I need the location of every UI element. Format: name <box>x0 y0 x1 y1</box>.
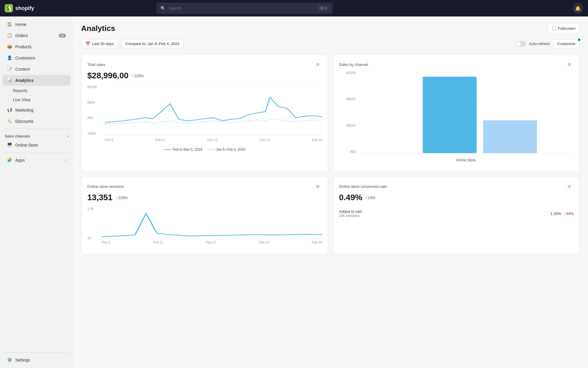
sidebar-item-reports[interactable]: Reports <box>13 86 71 95</box>
date-range-label: Last 30 days <box>92 42 114 46</box>
added-to-cart-row: Added to cart 186 sessions 1.39% ↓ 44% <box>339 207 574 220</box>
added-to-cart-badge: ↓ 44% <box>563 211 574 216</box>
customize-button[interactable]: Customize <box>553 39 580 48</box>
sessions-x-labels: Feb 5 Feb 11 Feb 17 Feb 23 Feb 29 <box>102 241 322 248</box>
notification-bell[interactable]: 🔔 <box>573 3 583 14</box>
apps-expand-icon: › <box>65 158 66 162</box>
discounts-icon: 🏷️ <box>7 119 12 124</box>
total-sales-title: Total sales <box>87 62 105 67</box>
search-icon: 🔍 <box>161 6 166 11</box>
sidebar-item-discounts[interactable]: 🏷️ Discounts <box>2 116 71 127</box>
svg-rect-9 <box>483 120 537 153</box>
reports-label: Reports <box>13 88 27 93</box>
sidebar-discounts-label: Discounts <box>15 119 33 124</box>
chart-y-labels: A$10K A$5K A$0 -A$5K <box>87 85 105 135</box>
chart-x-labels: Feb 5 Feb 11 Feb 17 Feb 23 Feb 29 <box>105 136 322 144</box>
total-sales-badge: ↑ 118% <box>131 74 144 78</box>
sessions-card: Online store sessions ⊞ 13,351 ↑ 219% 1.… <box>81 176 328 254</box>
sidebar-item-marketing[interactable]: 📢 Marketing <box>2 105 71 115</box>
search-input[interactable] <box>168 6 315 11</box>
added-to-cart-value-area: 1.39% ↓ 44% <box>550 211 574 216</box>
sidebar-item-products[interactable]: 📦 Products <box>2 42 71 52</box>
legend-compare-label: Jan 6–Feb 4, 2024 <box>216 147 245 152</box>
up-arrow-icon: ↑ <box>131 74 133 78</box>
filter-bar: 📅 Last 30 days Compare to: Jan 6–Feb 4, … <box>81 39 580 48</box>
total-sales-card: Total sales ⊞ $28,996.00 ↑ 118% A$10K A$… <box>81 54 328 171</box>
customize-label: Customize <box>557 42 575 46</box>
total-sales-menu-icon[interactable]: ⊞ <box>314 60 322 69</box>
live-view-label: Live View <box>13 97 31 102</box>
sidebar-item-online-store[interactable]: 🖥️ Online Store <box>2 140 71 150</box>
sidebar-item-settings[interactable]: ⚙️ Settings <box>2 355 71 365</box>
sidebar-item-home[interactable]: 🏠 Home <box>2 19 71 30</box>
fullscreen-label: Fullscreen <box>558 26 575 31</box>
compare-to-button[interactable]: Compare to: Jan 6–Feb 4, 2024 <box>121 39 184 48</box>
conversion-up-icon: ↑ <box>365 195 367 200</box>
sessions-y-labels: 1.5K 1K <box>87 207 102 240</box>
sessions-menu-icon[interactable]: ⊞ <box>314 182 322 190</box>
auto-refresh-toggle[interactable] <box>515 41 526 47</box>
bar-chart-svg <box>358 71 574 153</box>
page-title: Analytics <box>81 24 115 33</box>
sales-channels-label: Sales channels <box>5 134 30 138</box>
date-range-button[interactable]: 📅 Last 30 days <box>81 39 118 48</box>
added-to-cart-label: Added to cart <box>339 209 362 214</box>
logo[interactable]: shopify <box>5 4 34 12</box>
orders-badge: 32 <box>59 34 66 38</box>
cards-grid: Total sales ⊞ $28,996.00 ↑ 118% A$10K A$… <box>81 54 580 254</box>
fullscreen-icon: ⛶ <box>552 26 556 31</box>
added-to-cart-value: 1.39% <box>550 211 561 216</box>
sales-by-channel-menu-icon[interactable]: ⊞ <box>565 60 574 69</box>
sales-by-channel-card: Sales by channel ⊞ A$30K A$20K A$10K A$0 <box>333 54 580 171</box>
content-icon: 📝 <box>7 67 12 72</box>
topbar: shopify 🔍 ⌘ K 🔔 <box>0 0 588 16</box>
sidebar-content-label: Content <box>15 67 30 72</box>
total-sales-value-area: $28,996.00 ↑ 118% <box>87 71 322 80</box>
sidebar-item-customers[interactable]: 👤 Customers <box>2 53 71 63</box>
sidebar-item-content[interactable]: 📝 Content <box>2 64 71 74</box>
orders-icon: 📋 <box>7 33 12 38</box>
legend-line-current <box>164 149 171 150</box>
sessions-value: 13,351 <box>87 193 113 202</box>
sessions-svg <box>102 207 322 240</box>
search-shortcut: ⌘ K <box>318 6 329 11</box>
search-bar[interactable]: 🔍 ⌘ K <box>156 3 333 14</box>
sidebar-item-apps[interactable]: 🧩 Apps › <box>2 155 71 165</box>
sidebar-divider-2 <box>4 152 69 153</box>
sales-channels-section: Sales channels › <box>0 131 73 140</box>
chart-main-area <box>105 85 322 135</box>
added-to-cart-info: Added to cart 186 sessions <box>339 209 362 218</box>
sidebar-products-label: Products <box>15 44 31 49</box>
marketing-icon: 📢 <box>7 107 12 113</box>
sessions-up-icon: ↑ <box>116 195 118 200</box>
sidebar-analytics-label: Analytics <box>15 78 34 83</box>
sessions-badge: ↑ 219% <box>116 195 128 200</box>
sidebar-orders-label: Orders <box>15 33 28 38</box>
home-icon: 🏠 <box>7 22 12 27</box>
online-store-icon: 🖥️ <box>7 142 12 148</box>
bar-chart-container <box>358 71 574 153</box>
sidebar-item-analytics[interactable]: 📊 Analytics <box>2 75 71 86</box>
main-content: Analytics ⛶ Fullscreen 📅 Last 30 days Co… <box>73 16 588 368</box>
conversion-value: 0.49% <box>339 193 362 202</box>
sidebar-item-live-view[interactable]: Live View <box>13 95 71 104</box>
sidebar-online-store-label: Online Store <box>15 143 38 147</box>
legend-current: Feb 5–Mar 5, 2024 <box>164 147 202 152</box>
customers-icon: 👤 <box>7 55 12 61</box>
sidebar-divider-1 <box>4 129 69 129</box>
conversion-menu-icon[interactable]: ⊞ <box>565 182 574 190</box>
sessions-chart: 1.5K 1K Feb 5 Feb 1 <box>87 207 322 248</box>
conversion-title: Online store conversion rate <box>339 184 387 189</box>
page-header: Analytics ⛶ Fullscreen <box>81 24 580 33</box>
sales-channels-expand-icon[interactable]: › <box>67 134 68 138</box>
sidebar: 🏠 Home 📋 Orders 32 📦 Products 👤 Customer… <box>0 16 73 368</box>
sessions-title: Online store sessions <box>87 184 124 189</box>
added-to-cart-sessions: 186 sessions <box>339 214 362 218</box>
legend-line-compare <box>207 149 214 150</box>
fullscreen-button[interactable]: ⛶ Fullscreen <box>548 24 580 33</box>
settings-icon: ⚙️ <box>7 357 12 363</box>
compare-to-label: Compare to: Jan 6–Feb 4, 2024 <box>126 42 180 46</box>
total-sales-value: $28,996.00 <box>87 71 128 80</box>
sidebar-item-orders[interactable]: 📋 Orders 32 <box>2 30 71 41</box>
legend-current-label: Feb 5–Mar 5, 2024 <box>173 147 202 152</box>
